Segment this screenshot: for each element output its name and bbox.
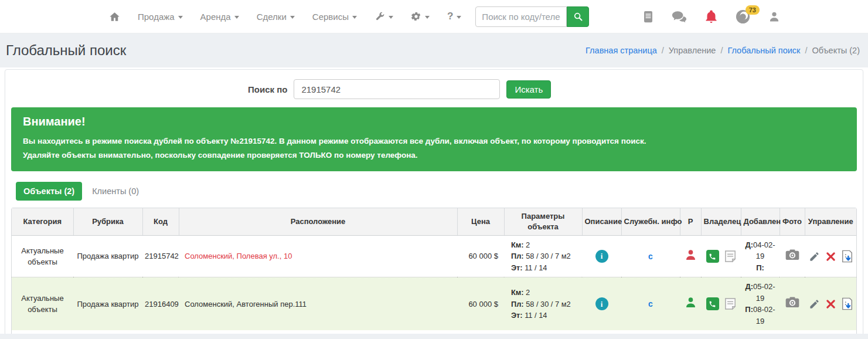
param-area-label: Пл: [511,300,524,309]
nav-menu-sales[interactable]: Продажа [138,12,183,22]
camera-icon[interactable] [785,249,799,260]
navbar-search [475,6,589,27]
col-header-photo: Фото [780,208,805,235]
col-header-r: Р [680,208,701,235]
info-icon[interactable]: i [595,297,608,310]
param-area-label: Пл: [511,252,524,260]
col-header-code: Код [142,208,179,235]
param-rooms-value: 2 [526,288,530,297]
col-header-service-info: Служебн. инфо [621,208,680,235]
added-date-label: Д: [745,282,753,291]
top-navbar: Продажа Аренда Сделки Сервисы ? [0,0,868,33]
nav-tools-dropdown[interactable] [375,11,393,22]
nav-menu-rent-label: Аренда [200,12,231,22]
table-row: Актуальные объекты Продажа квартир 21915… [12,235,856,277]
search-icon [573,12,583,22]
delete-x-icon[interactable] [826,252,836,262]
breadcrumb: Главная страница / Управление / Глобальн… [586,46,860,55]
navbar-search-button[interactable] [567,6,589,27]
service-info-link[interactable]: c [648,252,653,261]
nav-menu-deals[interactable]: Сделки [257,12,295,22]
nav-menu-sales-label: Продажа [138,12,175,22]
col-header-rubric: Рубрика [73,208,142,235]
alert-line-2: Удаляйте объекты внимательно, поскольку … [23,148,845,162]
alert-line-1: Вы находитесь в режиме поиска дублей по … [23,134,845,148]
nav-settings-dropdown[interactable] [411,11,430,22]
chevron-down-icon [389,16,393,19]
notifications-bell-icon[interactable] [705,10,717,23]
chevron-down-icon [425,16,430,19]
service-info-link[interactable]: c [648,299,653,309]
chevron-down-icon [290,16,295,19]
cell-added: Д:05-02-19 П:08-02-19 [741,277,780,331]
nav-menu-rent[interactable]: Аренда [200,12,239,22]
history-icon[interactable]: 73 [736,9,750,24]
tab-objects[interactable]: Объекты (2) [16,182,82,201]
col-header-management: Управление [805,208,856,235]
col-header-description: Описание [582,208,621,235]
cell-params: Км: 2 Пл: 58 / 30 / 7 м2 Эт: 11 / 14 [504,235,582,277]
param-rooms-label: Км: [511,240,524,249]
col-header-location: Расположение [179,208,457,235]
cell-category: Актуальные объекты [12,235,73,277]
realtor-person-icon[interactable] [685,296,697,309]
published-date-value: 08-02-19 [753,305,775,326]
cell-price: 60 000 $ [457,235,504,277]
gear-icon [411,11,421,22]
export-document-icon[interactable] [842,297,853,310]
breadcrumb-global-search-link[interactable]: Глобальный поиск [727,46,800,55]
notification-count-badge: 73 [746,5,760,15]
phone-icon[interactable] [706,297,719,310]
param-floor-label: Эт: [511,263,523,272]
param-area-value: 58 / 30 / 7 м2 [526,252,570,260]
nav-help-dropdown[interactable]: ? [447,11,461,22]
page-header: Глобальный поиск Главная страница / Упра… [0,33,868,67]
edit-pencil-icon[interactable] [809,299,820,310]
breadcrumb-home-link[interactable]: Главная страница [586,46,657,55]
edit-pencil-icon[interactable] [809,251,820,262]
param-area-value: 58 / 30 / 7 м2 [526,300,570,309]
tab-clients[interactable]: Клиенты (0) [84,182,147,201]
page-title: Глобальный поиск [6,42,126,59]
breadcrumb-separator: / [662,46,664,55]
export-document-icon[interactable] [842,250,853,263]
home-icon[interactable] [109,11,120,22]
note-icon[interactable] [724,297,736,310]
table-header-row: Категория Рубрика Код Расположение Цена … [12,208,856,235]
cell-code: 21915742 [142,235,179,277]
cell-rubric: Продажа квартир [73,235,142,277]
added-date-value: 05-02-19 [753,282,775,303]
breadcrumb-section: Управление [669,46,716,55]
search-by-label: Поиск по [248,84,287,94]
realtor-person-icon[interactable] [685,249,697,261]
nav-menu-services[interactable]: Сервисы [312,12,357,22]
breadcrumb-separator: / [805,46,807,55]
camera-icon[interactable] [785,297,799,308]
cell-added: Д:04-02-19 П: [741,235,780,277]
chevron-down-icon [178,16,183,19]
chevron-down-icon [352,16,357,19]
footer-strip [0,334,868,339]
breadcrumb-objects: Объекты (2) [812,46,860,55]
user-profile-icon[interactable] [768,11,780,23]
cell-rubric: Продажа квартир [73,277,142,331]
phone-icon[interactable] [706,250,719,263]
col-header-params: Параметры объекта [504,208,582,235]
navbar-search-input[interactable] [475,6,567,27]
info-icon[interactable]: i [595,250,608,263]
added-date-label: Д: [745,240,753,249]
added-date-value: 04-02-19 [753,240,775,261]
alert-title: Внимание! [23,115,845,128]
location-link[interactable]: Соломенский, Полевая ул., 10 [185,252,292,260]
delete-x-icon[interactable] [826,299,836,309]
messages-icon[interactable] [672,11,687,23]
result-tabs: Объекты (2) Клиенты (0) [16,182,863,201]
search-query-input[interactable] [294,79,500,99]
note-icon[interactable] [724,250,736,263]
col-header-owner: Владелец [701,208,741,235]
nav-menu-services-label: Сервисы [312,12,349,22]
nav-menu-deals-label: Сделки [257,12,287,22]
content-card: Поиск по Искать Внимание! Вы находитесь … [5,69,863,339]
search-submit-button[interactable]: Искать [506,80,551,99]
journal-icon[interactable] [643,11,653,23]
